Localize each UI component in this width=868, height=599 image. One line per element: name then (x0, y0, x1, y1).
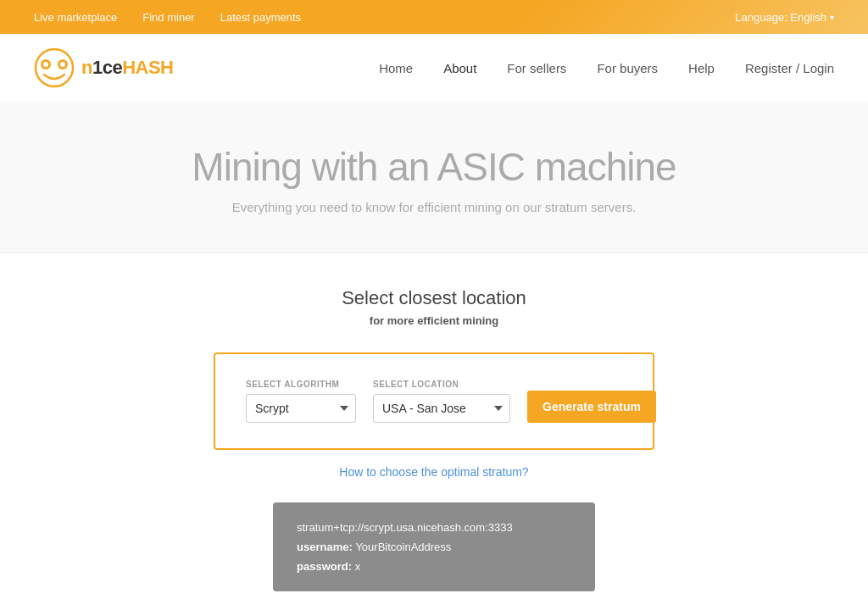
language-dropdown-arrow: ▾ (830, 13, 834, 22)
result-username: username: YourBitcoinAddress (297, 541, 571, 553)
live-marketplace-link[interactable]: Live marketplace (34, 11, 117, 24)
nav-home[interactable]: Home (379, 58, 413, 79)
main-content: Select closest location for more efficie… (0, 253, 868, 599)
location-form-box: SELECT ALGORITHM Scrypt SHA-256 X11 X13 … (214, 352, 654, 450)
location-group: SELECT LOCATION USA - San Jose USA - Atl… (373, 380, 510, 423)
result-stratum-url: stratum+tcp://scrypt.usa.nicehash.com:33… (297, 521, 571, 534)
header: n1ceHASH Home About For sellers For buye… (0, 34, 868, 102)
algorithm-group: SELECT ALGORITHM Scrypt SHA-256 X11 X13 … (246, 380, 356, 423)
logo-text: n1ceHASH (81, 57, 174, 79)
section-subtitle: for more efficient mining (370, 314, 498, 327)
nav-register[interactable]: Register / Login (745, 61, 834, 75)
nav-for-sellers[interactable]: For sellers (507, 58, 566, 79)
svg-point-0 (36, 49, 73, 86)
location-label: SELECT LOCATION (373, 380, 510, 389)
location-select[interactable]: USA - San Jose USA - Atlanta EU - Amster… (373, 394, 510, 423)
main-nav: Home About For sellers For buyers Help R… (379, 58, 834, 79)
svg-point-3 (43, 62, 48, 67)
latest-payments-link[interactable]: Latest payments (220, 11, 301, 24)
logo-icon (34, 47, 75, 88)
nav-help[interactable]: Help (688, 58, 715, 79)
top-bar: Live marketplace Find miner Latest payme… (0, 0, 868, 34)
nav-about[interactable]: About (443, 58, 476, 79)
language-selector[interactable]: Language: English ▾ (735, 11, 834, 24)
nav-for-buyers[interactable]: For buyers (597, 58, 658, 79)
result-box: stratum+tcp://scrypt.usa.nicehash.com:33… (273, 502, 595, 591)
hero-subtitle: Everything you need to know for efficien… (34, 200, 834, 214)
svg-point-4 (60, 62, 65, 67)
top-bar-links: Live marketplace Find miner Latest payme… (34, 11, 301, 24)
generate-stratum-button[interactable]: Generate stratum (527, 391, 656, 423)
username-label: username: (297, 541, 355, 553)
algorithm-label: SELECT ALGORITHM (246, 380, 356, 389)
form-row: SELECT ALGORITHM Scrypt SHA-256 X11 X13 … (246, 380, 622, 423)
section-title: Select closest location (342, 287, 526, 309)
hero-section: Mining with an ASIC machine Everything y… (0, 102, 868, 253)
language-label: Language: English (735, 11, 826, 24)
result-password: password: x (297, 560, 571, 573)
find-miner-link[interactable]: Find miner (142, 11, 194, 24)
algorithm-select[interactable]: Scrypt SHA-256 X11 X13 Keccak (246, 394, 356, 423)
username-value: YourBitcoinAddress (355, 541, 451, 553)
password-value: x (355, 560, 361, 573)
password-label: password: (297, 560, 355, 573)
logo[interactable]: n1ceHASH (34, 47, 174, 88)
optimal-stratum-link[interactable]: How to choose the optimal stratum? (339, 465, 528, 479)
hero-title: Mining with an ASIC machine (34, 144, 834, 190)
